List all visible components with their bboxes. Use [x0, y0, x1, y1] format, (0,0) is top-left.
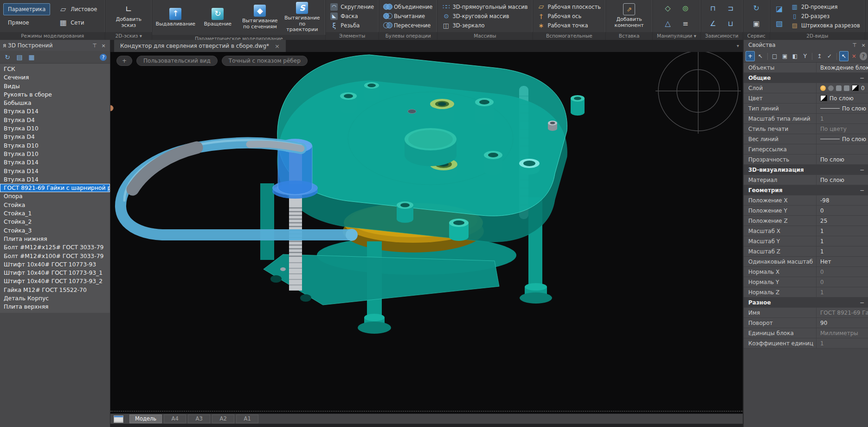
ribbon-big-button[interactable]: ◆Вытягивание по сечениям: [240, 4, 280, 31]
ribbon-group-label[interactable]: Конвертация: [865, 32, 868, 40]
property-value[interactable]: 1: [817, 116, 868, 122]
property-value[interactable]: 0: [817, 207, 868, 214]
property-value[interactable]: 1: [817, 340, 868, 347]
pointer-box-icon[interactable]: ↖: [839, 51, 849, 61]
collapse-icon[interactable]: −: [860, 299, 864, 306]
tree-item[interactable]: Стойка_3: [0, 226, 110, 235]
tangent-constraint-button[interactable]: ⊔: [725, 18, 737, 30]
viewport-menu-button[interactable]: +: [116, 56, 132, 66]
layout-tab-A3[interactable]: A3: [188, 414, 210, 423]
ribbon-group-label[interactable]: Сервис: [743, 32, 770, 40]
ribbon-big-button[interactable]: ↑Выдавливание: [155, 7, 195, 28]
layer-freeze-icon[interactable]: [828, 85, 834, 91]
layout-tab-A4[interactable]: A4: [164, 414, 186, 423]
align-button[interactable]: ≡: [679, 18, 691, 30]
tree-item[interactable]: Бобышка: [0, 99, 110, 107]
tree-item[interactable]: Штифт 10x40# ГОСТ 10773-93: [0, 260, 110, 269]
property-value[interactable]: 25: [817, 218, 868, 224]
ribbon-list-button[interactable]: ▱Рабочая плоскость: [536, 3, 603, 11]
mode-button[interactable]: Параметрика: [3, 3, 50, 15]
ribbon-list-button[interactable]: ◫3D-зеркало: [441, 22, 529, 29]
collapse-icon[interactable]: −: [860, 75, 864, 81]
layout-tab-Модель[interactable]: Модель: [129, 414, 162, 423]
tree-item[interactable]: Втулка D14: [0, 175, 110, 184]
filter-select-icon[interactable]: Y: [800, 51, 810, 61]
tree-item[interactable]: Стойка_2: [0, 218, 110, 226]
layer-print-icon[interactable]: [844, 85, 849, 91]
property-value[interactable]: ГОСТ 8921-69 Гайк...: [817, 310, 868, 316]
ribbon-group-label[interactable]: Элементы: [326, 32, 379, 40]
ribbon-list-button[interactable]: Пересечение: [382, 22, 434, 29]
layer-lock-icon[interactable]: [836, 85, 842, 91]
property-value[interactable]: По слою: [817, 105, 868, 112]
property-value[interactable]: 90: [817, 320, 868, 326]
tree-item[interactable]: Штифт 10x40# ГОСТ 10773-93_1: [0, 269, 110, 277]
tree-item[interactable]: Деталь Корпус: [0, 294, 110, 303]
model-3d-scene[interactable]: [110, 52, 743, 414]
ribbon-group-label[interactable]: Манипуляции ▾: [653, 32, 701, 40]
angle-constraint-button[interactable]: ∠: [707, 18, 719, 30]
tree-item[interactable]: ГОСТ 8921-69 Гайки с шарнирной рукоять: [0, 184, 110, 192]
ribbon-list-button[interactable]: ▥2D-проекция: [790, 3, 862, 11]
model-left-column[interactable]: [260, 183, 274, 260]
tree-item[interactable]: Втулка D10: [0, 142, 110, 150]
property-value[interactable]: 0: [817, 269, 868, 275]
insert-constraint-button[interactable]: ⊐: [725, 2, 737, 14]
help-icon[interactable]: ?: [100, 54, 107, 61]
property-value[interactable]: По слою: [817, 95, 868, 102]
property-value[interactable]: По слою: [817, 136, 868, 142]
ribbon-group-label[interactable]: Вспомогательные: [533, 32, 606, 40]
tree-item[interactable]: Втулка D4: [0, 133, 110, 141]
confirm-select-icon[interactable]: ✓: [825, 51, 834, 61]
property-value[interactable]: По цвету: [817, 126, 868, 132]
ribbon-list-button[interactable]: ▨Штриховка разрезов: [790, 22, 862, 29]
property-value[interactable]: -98: [817, 197, 868, 204]
property-value[interactable]: По слою: [817, 156, 868, 163]
pin-icon[interactable]: ⊤: [91, 42, 98, 49]
explode-assembly-button[interactable]: ▣: [750, 18, 762, 30]
layout-tab-A1[interactable]: A1: [236, 414, 258, 423]
tree-item[interactable]: Втулка D10: [0, 150, 110, 158]
property-value[interactable]: 0: [817, 85, 868, 91]
close-icon[interactable]: ×: [860, 41, 867, 49]
invert-select-icon[interactable]: ◧: [791, 51, 800, 61]
ribbon-group-label[interactable]: Вставка: [606, 32, 652, 40]
property-value[interactable]: Миллиметры: [817, 330, 868, 336]
ribbon-list-button[interactable]: ◠Скругление: [329, 3, 375, 11]
ribbon-group-label[interactable]: 2D-эскиз ▾: [105, 32, 152, 40]
ribbon-big-button[interactable]: ∟Добавить эскиз: [109, 2, 148, 29]
collapse-icon[interactable]: −: [860, 167, 864, 173]
property-value[interactable]: 1: [817, 248, 868, 255]
tree-item[interactable]: Втулка D4: [0, 116, 110, 124]
tree-item[interactable]: Сечения: [0, 73, 110, 82]
ribbon-list-button[interactable]: †Рабочая ось: [536, 13, 603, 20]
ribbon-list-button[interactable]: ⊙3D-круговой массив: [441, 13, 529, 20]
window-select-icon[interactable]: □: [770, 51, 779, 61]
tree-item[interactable]: Гайка М12# ГОСТ 15522-70: [0, 286, 110, 294]
close-icon[interactable]: ×: [100, 42, 107, 49]
property-value[interactable]: Вхождение блока: [817, 65, 868, 71]
property-section[interactable]: Геометрия−: [744, 185, 868, 195]
property-value[interactable]: 1: [817, 289, 868, 296]
document-tab[interactable]: Кондуктор для сверления отверстий в сбор…: [114, 40, 286, 52]
pyramid-button[interactable]: △: [662, 18, 674, 30]
section-plane-button[interactable]: ◪: [773, 3, 785, 15]
property-section[interactable]: Общие−: [744, 73, 868, 83]
tree-item[interactable]: Стойка_1: [0, 209, 110, 218]
flatshot-button[interactable]: ▧: [773, 18, 785, 30]
property-value[interactable]: 1: [817, 238, 868, 245]
rebuild-model-icon[interactable]: ▦: [27, 53, 36, 61]
sheet-list-icon[interactable]: [114, 415, 123, 423]
select-cursor-icon[interactable]: ↖: [756, 51, 765, 61]
property-section[interactable]: 3D-визуализация−: [744, 165, 868, 175]
tree-item[interactable]: Плита верхняя: [0, 303, 110, 311]
update-model-icon[interactable]: ▤: [15, 53, 24, 61]
tree-item[interactable]: Болт #М12#x100# ГОСТ 3033-79: [0, 252, 110, 260]
property-value[interactable]: 0: [817, 279, 868, 285]
ribbon-big-button[interactable]: SВытягивание по траектории: [282, 1, 322, 34]
ribbon-group-label[interactable]: Зависимости: [701, 32, 743, 40]
mode-button[interactable]: ▦Сети: [54, 17, 102, 29]
tree-item[interactable]: Плита нижняя: [0, 235, 110, 243]
tree-item[interactable]: Стойка: [0, 201, 110, 209]
ribbon-list-button[interactable]: ∗Рабочая точка: [536, 22, 603, 29]
